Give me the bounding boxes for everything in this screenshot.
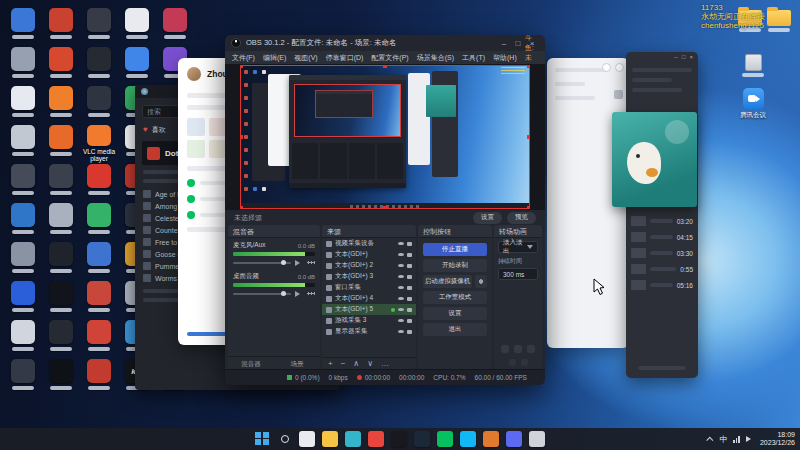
menu-item[interactable]: 视图(V): [294, 53, 317, 63]
desktop-icon[interactable]: [42, 123, 80, 162]
refresh-icon[interactable]: [527, 345, 535, 353]
picture-window[interactable]: [612, 112, 697, 207]
control-button[interactable]: 工作室模式: [423, 291, 487, 304]
control-button[interactable]: 启动虚拟摄像机: [423, 275, 472, 288]
desktop-icon-box[interactable]: [738, 52, 768, 77]
desktop-icon[interactable]: [4, 357, 42, 396]
taskbar-app-icon[interactable]: [506, 431, 522, 447]
lock-icon[interactable]: [407, 275, 412, 279]
selection-handle[interactable]: [527, 206, 530, 209]
lock-icon[interactable]: [407, 308, 412, 312]
desktop-icon[interactable]: [42, 279, 80, 318]
taskbar-app-icon[interactable]: [299, 431, 315, 447]
desktop-icon[interactable]: [4, 84, 42, 123]
ime-indicator[interactable]: 中: [719, 434, 727, 445]
visibility-eye-icon[interactable]: [398, 330, 404, 334]
visibility-eye-icon[interactable]: [398, 319, 404, 323]
menu-item[interactable]: 场景集合(S): [417, 53, 454, 63]
selection-handle[interactable]: [240, 135, 243, 139]
lock-icon[interactable]: [407, 286, 412, 290]
tool-icon[interactable]: [614, 90, 623, 99]
desktop-icon[interactable]: [80, 240, 118, 279]
lock-icon[interactable]: [407, 319, 412, 323]
menu-item[interactable]: 文件(F): [232, 53, 255, 63]
desktop-icon[interactable]: [156, 6, 194, 45]
visibility-eye-icon[interactable]: [398, 275, 404, 279]
desktop-icon[interactable]: [80, 6, 118, 45]
clip-row[interactable]: 05:16: [631, 280, 693, 290]
desktop-icon[interactable]: [80, 279, 118, 318]
taskbar-app-icon[interactable]: [368, 431, 384, 447]
source-row[interactable]: 显示器采集: [322, 326, 416, 337]
desktop-icon[interactable]: [118, 45, 156, 84]
sources-toolbar-button[interactable]: …: [381, 360, 389, 368]
speaker-icon[interactable]: [295, 291, 303, 297]
source-row[interactable]: 游戏采集 3: [322, 315, 416, 326]
control-button[interactable]: 停止直播: [423, 243, 487, 256]
taskbar-app-icon[interactable]: [529, 431, 545, 447]
selection-handle[interactable]: [240, 206, 243, 209]
tray-chevron-up-icon[interactable]: [707, 436, 714, 443]
grid-icon[interactable]: [501, 345, 509, 353]
desktop-icon[interactable]: [42, 318, 80, 357]
desktop-icon[interactable]: [4, 123, 42, 162]
refresh-button[interactable]: [602, 63, 611, 72]
desktop-icon[interactable]: [118, 6, 156, 45]
dock-tab[interactable]: 混音器: [228, 357, 274, 369]
taskbar-app-icon[interactable]: [322, 431, 338, 447]
clip-row[interactable]: 04:15: [631, 232, 693, 242]
desktop-icon[interactable]: [42, 162, 80, 201]
desktop-icon[interactable]: [4, 240, 42, 279]
desktop-icon[interactable]: [4, 6, 42, 45]
visibility-eye-icon[interactable]: [398, 253, 404, 257]
source-row[interactable]: 窗口采集: [322, 282, 416, 293]
desktop-icon[interactable]: [4, 162, 42, 201]
desktop-icon[interactable]: [42, 84, 80, 123]
source-row[interactable]: 文本(GDI+): [322, 249, 416, 260]
tool-icon[interactable]: [509, 359, 516, 366]
clip-row[interactable]: 03:30: [631, 248, 693, 258]
desktop-icon[interactable]: [80, 201, 118, 240]
window-button[interactable]: ×: [689, 54, 693, 60]
duration-spinbox[interactable]: 300 ms: [498, 268, 538, 280]
selection-handle[interactable]: [240, 65, 243, 68]
source-row[interactable]: 文本(GDI+) 4: [322, 293, 416, 304]
virtual-camera-settings-gear-icon[interactable]: [475, 275, 487, 288]
sources-toolbar-button[interactable]: ∧: [353, 360, 359, 368]
chat-icon[interactable]: [514, 345, 522, 353]
selection-handle[interactable]: [383, 206, 387, 209]
window-button[interactable]: □: [511, 39, 525, 48]
source-row[interactable]: 文本(GDI+) 5: [322, 304, 416, 315]
clip-row[interactable]: 0:55: [631, 264, 693, 274]
menu-item[interactable]: 停靠窗口(D): [326, 53, 364, 63]
speaker-icon[interactable]: [295, 260, 303, 266]
desktop-icon-folder[interactable]: [764, 6, 794, 32]
desktop-icon[interactable]: [4, 279, 42, 318]
desktop-icon[interactable]: [42, 240, 80, 279]
lock-icon[interactable]: [407, 253, 412, 257]
taskbar-app-icon[interactable]: [437, 431, 453, 447]
sources-toolbar-button[interactable]: −: [341, 360, 346, 368]
taskbar-app-icon[interactable]: [391, 431, 407, 447]
more-options-icon[interactable]: [307, 292, 315, 295]
volume-slider[interactable]: [233, 289, 315, 298]
desktop-icon[interactable]: [42, 357, 80, 396]
volume-icon[interactable]: [746, 436, 754, 442]
start-button[interactable]: [255, 432, 270, 447]
window-button[interactable]: □: [682, 54, 686, 60]
control-button[interactable]: 开始录制: [423, 259, 487, 272]
menu-item[interactable]: 工具(T): [462, 53, 485, 63]
taskbar-app-icon[interactable]: [414, 431, 430, 447]
preview-chip-button[interactable]: 预览: [507, 212, 536, 224]
desktop-icon[interactable]: [80, 357, 118, 396]
visibility-eye-icon[interactable]: [398, 297, 404, 301]
lock-icon[interactable]: [407, 297, 412, 301]
obs-titlebar[interactable]: OBS 30.1.2 - 配置文件: 未命名 - 场景: 未命名 –□×: [225, 35, 545, 51]
clip-row[interactable]: 03:20: [631, 216, 693, 226]
desktop-icon[interactable]: VLC media player: [80, 123, 118, 162]
network-icon[interactable]: [733, 436, 740, 443]
search-icon[interactable]: [277, 432, 292, 447]
desktop-icon[interactable]: [80, 318, 118, 357]
menu-item[interactable]: 帮助(H): [493, 53, 517, 63]
control-button[interactable]: 设置: [423, 307, 487, 320]
